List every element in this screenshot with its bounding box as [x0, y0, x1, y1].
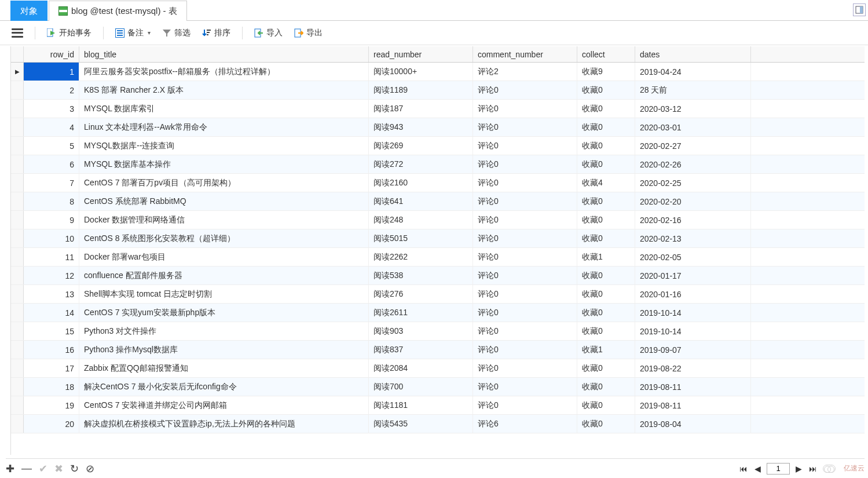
cell-read-number[interactable]: 阅读1181: [369, 396, 473, 414]
cell-comment-number[interactable]: 评论0: [473, 285, 577, 303]
table-row[interactable]: 20解决虚拟机在桥接模式下设置静态ip,无法上外网的各种问题阅读5435评论6收…: [11, 415, 865, 433]
cell-collect[interactable]: 收藏0: [577, 322, 635, 340]
cell-blog-title[interactable]: Python3 对文件操作: [79, 322, 369, 340]
cell-collect[interactable]: 收藏0: [577, 378, 635, 396]
cell-row-id[interactable]: 3: [24, 100, 79, 118]
export-button[interactable]: 导出: [290, 25, 327, 41]
cell-read-number[interactable]: 阅读269: [369, 137, 473, 155]
cell-dates[interactable]: 2020-03-12: [635, 100, 751, 118]
cell-collect[interactable]: 收藏0: [577, 137, 635, 155]
cell-read-number[interactable]: 阅读276: [369, 285, 473, 303]
cell-comment-number[interactable]: 评论0: [473, 137, 577, 155]
cell-read-number[interactable]: 阅读10000+: [369, 63, 473, 81]
col-comment-number[interactable]: comment_number: [473, 46, 577, 62]
cell-dates[interactable]: 2019-10-14: [635, 304, 751, 322]
cell-blog-title[interactable]: 解决CentOS 7 最小化安装后无ifconfig命令: [79, 378, 369, 396]
cell-dates[interactable]: 2020-02-27: [635, 137, 751, 155]
cell-collect[interactable]: 收藏0: [577, 285, 635, 303]
cell-row-id[interactable]: 7: [24, 174, 79, 192]
table-row[interactable]: 8CentOS 系统部署 RabbitMQ阅读641评论0收藏02020-02-…: [11, 192, 865, 211]
cell-comment-number[interactable]: 评论0: [473, 267, 577, 284]
cell-blog-title[interactable]: CentOS 7 部署百万pv项目（高可用架构）: [79, 174, 369, 192]
import-button[interactable]: 导入: [250, 25, 287, 41]
cell-blog-title[interactable]: K8S 部署 Rancher 2.X 版本: [79, 81, 369, 99]
cell-comment-number[interactable]: 评论0: [473, 229, 577, 247]
cell-row-id[interactable]: 15: [24, 322, 79, 340]
cell-blog-title[interactable]: CentOS 系统部署 RabbitMQ: [79, 192, 369, 210]
cell-collect[interactable]: 收藏0: [577, 267, 635, 284]
note-button[interactable]: 备注 ▾: [111, 25, 155, 41]
add-record-button[interactable]: ✚: [6, 462, 14, 475]
col-blog-title[interactable]: blog_title: [79, 46, 369, 62]
cell-comment-number[interactable]: 评论0: [473, 211, 577, 229]
sort-button[interactable]: 排序: [197, 25, 235, 41]
cell-read-number[interactable]: 阅读837: [369, 341, 473, 359]
cell-blog-title[interactable]: Docker 部署war包项目: [79, 248, 369, 266]
panel-toggle-icon[interactable]: [853, 3, 866, 16]
cell-row-id[interactable]: 11: [24, 248, 79, 266]
cell-blog-title[interactable]: CentOS 7 实现yum安装最新php版本: [79, 304, 369, 322]
cell-dates[interactable]: 28 天前: [635, 81, 751, 99]
page-input[interactable]: [767, 463, 790, 475]
table-row[interactable]: 7CentOS 7 部署百万pv项目（高可用架构）阅读2160评论0收藏4202…: [11, 174, 865, 192]
cell-comment-number[interactable]: 评论0: [473, 304, 577, 322]
cell-comment-number[interactable]: 评论0: [473, 322, 577, 340]
last-page-button[interactable]: ⏭: [808, 464, 818, 473]
cell-row-id[interactable]: 5: [24, 137, 79, 155]
cell-collect[interactable]: 收藏1: [577, 341, 635, 359]
cell-comment-number[interactable]: 评论0: [473, 192, 577, 210]
cell-blog-title[interactable]: confluence 配置邮件服务器: [79, 267, 369, 284]
cell-read-number[interactable]: 阅读641: [369, 192, 473, 210]
cell-read-number[interactable]: 阅读5435: [369, 415, 473, 433]
table-row[interactable]: 10CentOS 8 系统图形化安装教程（超详细）阅读5015评论0收藏0202…: [11, 229, 865, 248]
cell-collect[interactable]: 收藏4: [577, 174, 635, 192]
cell-comment-number[interactable]: 评论0: [473, 396, 577, 414]
cell-dates[interactable]: 2019-08-11: [635, 378, 751, 396]
table-row[interactable]: 19CentOS 7 安装禅道并绑定公司内网邮箱阅读1181评论0收藏02019…: [11, 396, 865, 415]
next-page-button[interactable]: ▶: [794, 464, 803, 473]
table-row[interactable]: 4Linux 文本处理利器--Awk常用命令阅读943评论0收藏02020-03…: [11, 118, 865, 137]
cell-dates[interactable]: 2019-08-11: [635, 396, 751, 414]
cell-dates[interactable]: 2020-01-17: [635, 267, 751, 284]
cancel-button[interactable]: ✖: [54, 462, 63, 475]
cell-read-number[interactable]: 阅读538: [369, 267, 473, 284]
cell-comment-number[interactable]: 评论0: [473, 81, 577, 99]
cell-collect[interactable]: 收藏0: [577, 415, 635, 433]
cell-collect[interactable]: 收藏0: [577, 81, 635, 99]
cell-collect[interactable]: 收藏0: [577, 211, 635, 229]
cell-dates[interactable]: 2020-02-25: [635, 174, 751, 192]
table-row[interactable]: 11Docker 部署war包项目阅读2262评论0收藏12020-02-05: [11, 248, 865, 267]
table-tab[interactable]: blog @test (test-mysql) - 表: [49, 1, 187, 21]
cell-dates[interactable]: 2019-04-24: [635, 63, 751, 81]
cell-dates[interactable]: 2020-01-16: [635, 285, 751, 303]
cell-blog-title[interactable]: Python3 操作Mysql数据库: [79, 341, 369, 359]
cell-blog-title[interactable]: Shell脚本实现 tomcat 日志定时切割: [79, 285, 369, 303]
table-row[interactable]: 5MYSQL数据库--连接查询阅读269评论0收藏02020-02-27: [11, 137, 865, 155]
apply-button[interactable]: ✔: [39, 462, 47, 475]
cell-collect[interactable]: 收藏0: [577, 359, 635, 377]
cell-dates[interactable]: 2019-08-22: [635, 359, 751, 377]
cell-blog-title[interactable]: MYSQL 数据库基本操作: [79, 155, 369, 173]
cell-dates[interactable]: 2019-08-04: [635, 415, 751, 433]
cell-read-number[interactable]: 阅读1189: [369, 81, 473, 99]
cell-read-number[interactable]: 阅读272: [369, 155, 473, 173]
cell-read-number[interactable]: 阅读2084: [369, 359, 473, 377]
table-row[interactable]: 17Zabbix 配置QQ邮箱报警通知阅读2084评论0收藏02019-08-2…: [11, 359, 865, 378]
table-row[interactable]: 6MYSQL 数据库基本操作阅读272评论0收藏02020-02-26: [11, 155, 865, 174]
cell-row-id[interactable]: 19: [24, 396, 79, 414]
cell-collect[interactable]: 收藏0: [577, 192, 635, 210]
cell-read-number[interactable]: 阅读248: [369, 211, 473, 229]
cell-blog-title[interactable]: 阿里云服务器安装postfix--邮箱服务（排坑过程详解）: [79, 63, 369, 81]
col-row-id[interactable]: row_id: [24, 46, 79, 62]
cell-read-number[interactable]: 阅读943: [369, 118, 473, 136]
cell-collect[interactable]: 收藏0: [577, 229, 635, 247]
cell-comment-number[interactable]: 评论0: [473, 118, 577, 136]
cell-row-id[interactable]: 4: [24, 118, 79, 136]
cell-row-id[interactable]: 12: [24, 267, 79, 284]
first-page-button[interactable]: ⏮: [738, 464, 749, 473]
cell-read-number[interactable]: 阅读2160: [369, 174, 473, 192]
cell-row-id[interactable]: 2: [24, 81, 79, 99]
cell-dates[interactable]: 2020-02-13: [635, 229, 751, 247]
cell-comment-number[interactable]: 评论0: [473, 100, 577, 118]
cell-read-number[interactable]: 阅读2262: [369, 248, 473, 266]
